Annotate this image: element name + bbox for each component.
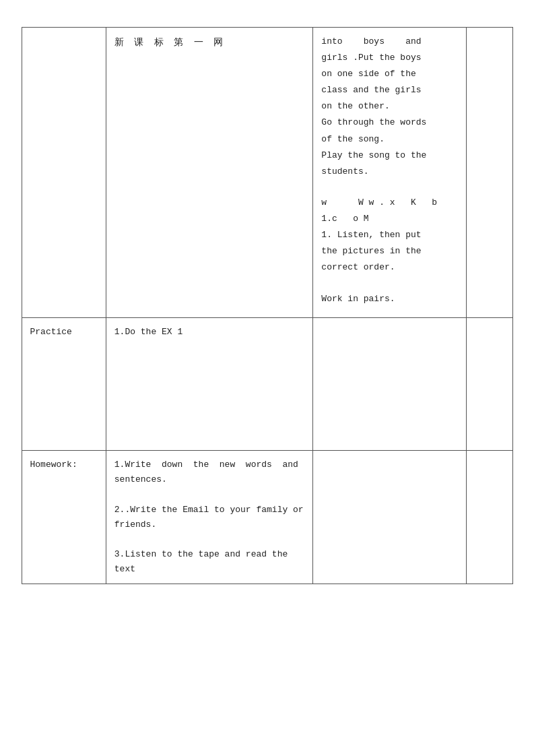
homework-item-1: 1.Write down the new words and sentences…	[114, 458, 305, 487]
right-cell-homework	[313, 451, 467, 584]
middle-cell-practice: 1.Do the EX 1	[106, 317, 313, 451]
chinese-text: 新 课 标 第 一 网	[114, 37, 228, 47]
right-line: into boys and	[321, 34, 458, 49]
homework-item-2: 2..Write the Email to your family or fri…	[114, 503, 305, 532]
right-line: students.	[321, 164, 458, 179]
right-line: the pictures in the	[321, 244, 458, 259]
right-line: girls .Put the boys	[321, 51, 458, 65]
right-line: on one side of the	[321, 67, 458, 82]
table-row: Homework: 1.Write down the new words and…	[22, 451, 512, 584]
right-cell-1: into boys and girls .Put the boys on one…	[313, 28, 467, 318]
label-cell-1	[22, 28, 106, 318]
right-line: on the other.	[321, 99, 458, 114]
homework-label: Homework:	[30, 460, 77, 470]
right-line: w W w . x K b	[321, 195, 458, 210]
right-cell-practice	[313, 317, 467, 451]
label-cell-homework: Homework:	[22, 451, 106, 584]
right-line: class and the girls	[321, 83, 458, 98]
middle-cell-homework: 1.Write down the new words and sentences…	[106, 451, 313, 584]
table-row: Practice 1.Do the EX 1	[22, 317, 512, 451]
main-table: 新 课 标 第 一 网 into boys and girls .Put the…	[22, 27, 513, 584]
extra-cell-practice	[467, 317, 512, 451]
extra-cell-1	[467, 28, 512, 318]
label-cell-practice: Practice	[22, 317, 106, 451]
table-row: 新 课 标 第 一 网 into boys and girls .Put the…	[22, 28, 512, 318]
page-container: 新 课 标 第 一 网 into boys and girls .Put the…	[22, 27, 513, 584]
right-line: Play the song to the	[321, 148, 458, 163]
right-line: Go through the words	[321, 115, 458, 130]
homework-item-3: 3.Listen to the tape and read the text	[114, 547, 305, 577]
right-line: Work in pairs.	[321, 292, 458, 307]
practice-label: Practice	[30, 327, 72, 337]
right-line: 1. Listen, then put	[321, 228, 458, 243]
right-line: of the song.	[321, 132, 458, 147]
middle-cell-1: 新 课 标 第 一 网	[106, 28, 313, 318]
practice-ex: 1.Do the EX 1	[114, 325, 305, 340]
extra-cell-homework	[467, 451, 512, 584]
right-line: correct order.	[321, 260, 458, 275]
right-content-1: into boys and girls .Put the boys on one…	[321, 34, 458, 307]
right-line: 1.c o M	[321, 212, 458, 226]
